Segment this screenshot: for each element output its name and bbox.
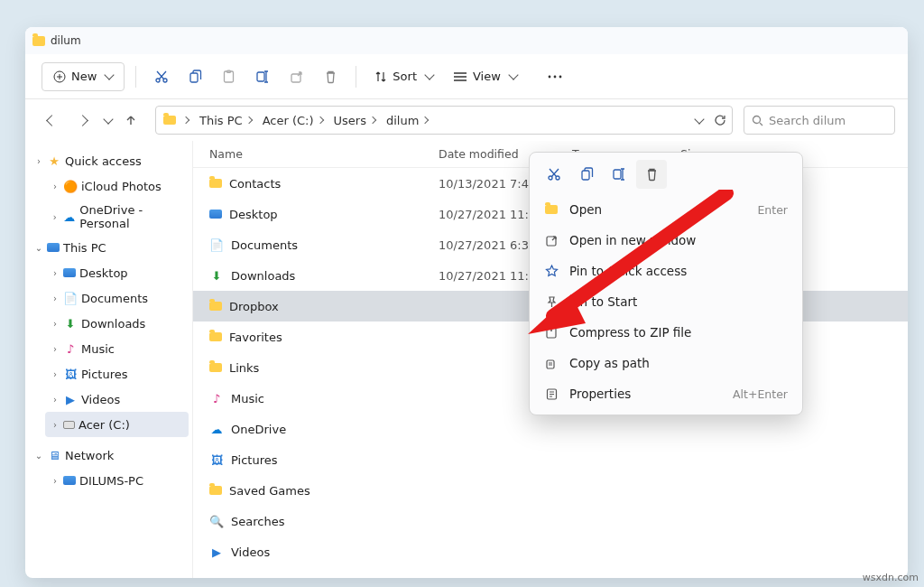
refresh-icon[interactable] — [714, 114, 726, 126]
cut-button[interactable] — [147, 62, 176, 91]
watermark: wsxdn.com — [863, 572, 919, 583]
cloud-icon: ☁ — [62, 210, 76, 223]
address-bar[interactable]: This PC Acer (C:) Users dilum — [155, 106, 733, 135]
chevron-down-icon — [424, 70, 434, 79]
svg-point-13 — [556, 176, 559, 180]
share-icon — [290, 70, 304, 84]
drive-icon — [63, 421, 75, 429]
network-icon: 🖥 — [47, 449, 61, 461]
tree-network[interactable]: ⌄🖥Network — [29, 443, 189, 468]
svg-point-9 — [553, 75, 556, 78]
tree-desktop[interactable]: ›Desktop — [45, 260, 189, 285]
tree-documents[interactable]: ›📄Documents — [45, 285, 189, 311]
crumb-thispc[interactable]: This PC — [196, 112, 255, 129]
ctx-item[interactable]: Pin to Quick access — [535, 256, 797, 286]
more-icon — [548, 75, 562, 79]
svg-point-12 — [549, 176, 552, 180]
back-button[interactable] — [38, 107, 65, 134]
tree-this-pc[interactable]: ⌄This PC — [29, 235, 189, 260]
ctx-delete-button[interactable] — [636, 160, 667, 189]
sort-label: Sort — [393, 70, 417, 83]
crumb-drive[interactable]: Acer (C:) — [259, 112, 327, 129]
monitor-icon — [63, 476, 76, 485]
view-label: View — [473, 70, 501, 83]
ctx-item[interactable]: OpenEnter — [535, 194, 797, 225]
download-icon: ⬇ — [63, 317, 78, 330]
share-button[interactable] — [282, 62, 311, 91]
search-input[interactable]: Search dilum — [744, 106, 895, 135]
video-icon: ▶ — [63, 393, 78, 405]
file-pane: Name Date modified Type Size Contacts10/… — [193, 141, 908, 578]
main: ›★Quick access ›🟠iCloud Photos ›☁OneDriv… — [25, 141, 908, 578]
context-menu: OpenEnterOpen in new windowPin to Quick … — [529, 152, 803, 415]
plus-circle-icon — [53, 70, 66, 83]
svg-rect-14 — [582, 171, 589, 180]
scissors-icon — [154, 70, 169, 84]
chevron-down-icon — [103, 114, 113, 124]
ctx-copy-button[interactable] — [571, 160, 602, 189]
ctx-item[interactable]: Open in new window — [535, 225, 797, 256]
copy-button[interactable] — [181, 62, 209, 91]
star-icon: ★ — [47, 154, 61, 167]
paste-icon — [222, 70, 236, 84]
ctx-item[interactable]: Pin to Start — [535, 286, 797, 317]
tree-quick-access[interactable]: ›★Quick access — [29, 148, 189, 173]
nav-tree: ›★Quick access ›🟠iCloud Photos ›☁OneDriv… — [25, 141, 193, 578]
sort-button[interactable]: Sort — [367, 62, 440, 91]
svg-point-8 — [548, 75, 550, 78]
folder-icon — [163, 116, 176, 125]
recent-button[interactable] — [99, 107, 114, 134]
tree-icloud[interactable]: ›🟠iCloud Photos — [45, 173, 189, 199]
ctx-rename-button[interactable] — [604, 160, 634, 189]
tree-videos[interactable]: ›▶Videos — [45, 387, 189, 412]
search-icon — [752, 115, 763, 126]
paste-button[interactable] — [215, 62, 243, 91]
document-icon: 📄 — [63, 292, 78, 304]
chevron-down-icon[interactable] — [694, 114, 704, 124]
file-row[interactable]: ☁OneDrive — [193, 414, 908, 444]
view-button[interactable]: View — [446, 62, 524, 91]
chevron-down-icon — [105, 70, 115, 79]
col-name[interactable]: Name — [202, 147, 439, 161]
tree-onedrive[interactable]: ›☁OneDrive - Personal — [45, 204, 189, 229]
context-toolbar — [535, 158, 797, 194]
trash-icon — [645, 167, 659, 182]
tree-network-pc[interactable]: ›DILUMS-PC — [45, 468, 189, 493]
tree-music[interactable]: ›♪Music — [45, 336, 189, 361]
folder-icon — [32, 36, 45, 46]
tree-acer-c[interactable]: ›Acer (C:) — [45, 412, 189, 437]
forward-button[interactable] — [69, 107, 96, 134]
copy-icon — [189, 70, 202, 84]
file-row[interactable]: ▶Videos — [193, 536, 908, 567]
file-row[interactable]: Saved Games — [193, 475, 908, 506]
ctx-item[interactable]: Compress to ZIP file — [535, 317, 797, 348]
more-button[interactable] — [541, 62, 569, 91]
new-button[interactable]: New — [42, 62, 125, 91]
svg-point-2 — [163, 79, 167, 82]
ctx-item[interactable]: Copy as path — [535, 348, 797, 378]
command-bar: New Sort View — [25, 54, 908, 99]
ctx-cut-button[interactable] — [539, 160, 569, 189]
explorer-window: dilum New Sort View — [25, 27, 908, 578]
rename-button[interactable] — [248, 62, 277, 91]
delete-button[interactable] — [317, 62, 345, 91]
icloud-icon: 🟠 — [63, 180, 78, 192]
nav-row: This PC Acer (C:) Users dilum Search dil… — [25, 99, 908, 141]
crumb-dilum[interactable]: dilum — [383, 112, 431, 129]
file-row[interactable]: 🔍Searches — [193, 506, 908, 536]
tree-pictures[interactable]: ›🖼Pictures — [45, 361, 189, 387]
ctx-item[interactable]: PropertiesAlt+Enter — [535, 378, 797, 409]
separator — [356, 66, 356, 88]
svg-rect-6 — [257, 72, 264, 81]
search-placeholder: Search dilum — [769, 114, 845, 127]
window-title: dilum — [51, 34, 81, 47]
file-row[interactable]: 🖼Pictures — [193, 444, 908, 475]
svg-rect-3 — [190, 73, 198, 82]
up-button[interactable] — [117, 107, 144, 134]
tree-downloads[interactable]: ›⬇Downloads — [45, 311, 189, 336]
music-icon: ♪ — [63, 342, 78, 355]
crumb-users[interactable]: Users — [330, 112, 379, 129]
titlebar: dilum — [25, 27, 908, 54]
sort-icon — [374, 70, 387, 83]
trash-icon — [324, 70, 337, 84]
